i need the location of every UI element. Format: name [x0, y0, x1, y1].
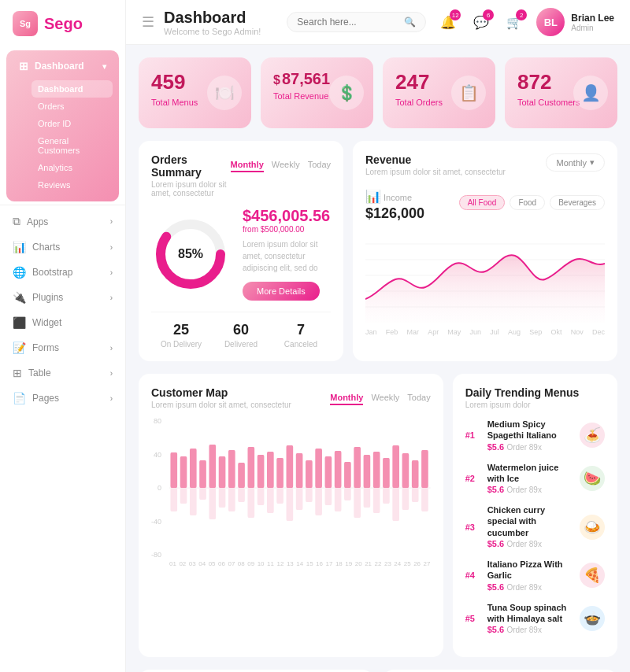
cmap-tab-weekly[interactable]: Weekly	[371, 391, 399, 405]
trending-orders-5: Order 89x	[506, 626, 541, 634]
sidebar: Sg Sego ⊞ Dashboard ▾ Dashboard Orders O…	[0, 0, 126, 672]
middle-row: Orders Summary Lorem ipsum dolor sit ame…	[139, 141, 617, 361]
svg-rect-36	[306, 460, 313, 488]
content-area: 459 Total Menus 🍽️ $ 87,561 Total Revenu…	[126, 45, 630, 672]
customers-icon: 👤	[573, 76, 608, 110]
header: ☰ Dashboard Welcome to Sego Admin! 🔍 🔔 1…	[126, 0, 630, 45]
stat-card-revenue: $ 87,561 Total Revenue 💲	[261, 57, 373, 128]
stat-revenue-number: 87,561	[282, 70, 330, 88]
y-axis: 80 40 0 -40 -80	[151, 417, 161, 559]
trending-img-3: 🍛	[580, 515, 605, 540]
sidebar-item-charts[interactable]: 📊 Charts ›	[0, 234, 125, 260]
trending-orders-1: Order 89x	[506, 443, 541, 452]
sidebar-sub-analytics[interactable]: Analytics	[32, 159, 113, 176]
svg-rect-23	[238, 488, 245, 502]
svg-rect-25	[248, 488, 255, 518]
svg-rect-43	[335, 488, 342, 511]
search-input[interactable]	[297, 17, 399, 28]
revenue-filter-buttons: All Food Food Beverages	[459, 195, 605, 210]
sidebar-item-plugins[interactable]: 🔌 Plugins ›	[0, 285, 125, 310]
sidebar-item-widget[interactable]: ⬛ Widget	[0, 310, 125, 335]
trending-name-2: Watermelon juice with Ice	[487, 462, 573, 485]
notifications-button[interactable]: 🔔 12	[435, 9, 461, 35]
trending-info-1: Medium Spicy Spagethi Italiano $5.6 Orde…	[487, 419, 573, 452]
stat-card-menus: 459 Total Menus 🍽️	[139, 57, 251, 128]
trending-name-5: Tuna Soup spinach with Himalaya salt	[487, 602, 573, 625]
trending-rank-4: #4	[465, 570, 481, 580]
donut-pct: 85%	[178, 247, 203, 261]
sidebar-sub-dashboard[interactable]: Dashboard	[32, 80, 113, 98]
tab-today[interactable]: Today	[308, 158, 331, 172]
svg-rect-8	[170, 452, 177, 488]
trending-item-1: #1 Medium Spicy Spagethi Italiano $5.6 O…	[465, 419, 605, 452]
sidebar-dashboard-group: ⊞ Dashboard ▾ Dashboard Orders Order ID …	[6, 50, 119, 201]
svg-rect-18	[219, 456, 226, 488]
user-avatar-block[interactable]: BL Brian Lee Admin	[536, 8, 614, 36]
chevron-down-icon: ▾	[590, 157, 595, 168]
orders-tab-row: Monthly Weekly Today	[231, 158, 331, 172]
hamburger-icon[interactable]: ☰	[142, 13, 154, 31]
sidebar-sub-reviews[interactable]: Reviews	[32, 176, 113, 194]
filter-all-food[interactable]: All Food	[459, 195, 506, 210]
chevron-right-icon: ›	[110, 369, 113, 378]
svg-rect-57	[402, 488, 410, 510]
trending-rank-3: #3	[465, 522, 481, 532]
stat2-delivered: 60 Delivered	[211, 322, 271, 349]
user-role: Admin	[571, 24, 614, 32]
svg-rect-34	[296, 453, 303, 488]
avatar-info: Brian Lee Admin	[571, 13, 614, 32]
svg-rect-12	[190, 449, 197, 488]
trending-orders-4: Order 89x	[506, 583, 541, 592]
svg-rect-16	[209, 445, 216, 488]
trending-img-2: 🍉	[580, 466, 605, 491]
sidebar-item-dashboard[interactable]: ⊞ Dashboard ▾	[13, 55, 113, 77]
sidebar-sub-orderid[interactable]: Order ID	[32, 115, 113, 132]
sidebar-sub-orders[interactable]: Orders	[32, 98, 113, 115]
customer-map-card: Customer Map Lorem ipsum dolor sit amet,…	[139, 374, 443, 657]
sidebar-item-bootstrap[interactable]: 🌐 Bootstrap ›	[0, 260, 125, 285]
sidebar-item-table[interactable]: ⊞ Table ›	[0, 360, 125, 386]
menus-icon: 🍽️	[207, 76, 242, 110]
svg-rect-33	[287, 488, 294, 521]
sidebar-item-forms[interactable]: 📝 Forms ›	[0, 335, 125, 360]
cmap-tab-today[interactable]: Today	[407, 391, 430, 405]
svg-rect-59	[412, 488, 419, 502]
trending-rank-2: #2	[465, 474, 481, 483]
chevron-right-icon: ›	[110, 217, 113, 226]
stat2-delivered-num: 60	[211, 322, 271, 338]
cart-button[interactable]: 🛒 2	[502, 9, 527, 35]
trending-info-3: Chicken curry special with cucumber $5.6…	[487, 504, 573, 549]
customer-map-tabs: Monthly Weekly Today	[330, 391, 430, 405]
trending-info-5: Tuna Soup spinach with Himalaya salt $5.…	[487, 602, 573, 636]
chevron-right-icon: ›	[110, 394, 113, 403]
orders-icon: 📋	[451, 76, 486, 110]
filter-beverages[interactable]: Beverages	[550, 195, 605, 210]
more-details-button[interactable]: More Details	[243, 282, 320, 301]
sidebar-sub-customers[interactable]: General Customers	[32, 132, 113, 159]
tab-monthly[interactable]: Monthly	[231, 158, 264, 172]
svg-rect-21	[228, 488, 235, 511]
stat-orders-number: 247	[395, 70, 429, 94]
tab-weekly[interactable]: Weekly	[272, 158, 300, 172]
trending-price-1: $5.6	[487, 442, 504, 452]
svg-rect-53	[383, 488, 390, 504]
filter-food[interactable]: Food	[510, 195, 545, 210]
trending-rank-1: #1	[465, 430, 481, 440]
svg-rect-41	[325, 488, 332, 505]
dashboard-icon: ⊞	[19, 60, 28, 72]
orders-amount: $456,005.56	[243, 207, 331, 225]
revenue-period-button[interactable]: Monthly ▾	[546, 153, 605, 172]
sidebar-item-apps[interactable]: ⧉ Apps ›	[0, 209, 125, 234]
table-icon: ⊞	[13, 367, 22, 379]
svg-rect-37	[306, 488, 313, 502]
chevron-right-icon: ›	[110, 344, 113, 353]
sidebar-item-pages[interactable]: 📄 Pages ›	[0, 386, 125, 411]
cmap-tab-monthly[interactable]: Monthly	[330, 391, 363, 405]
stat-card-customers: 872 Total Customers 👤	[505, 57, 617, 128]
messages-button[interactable]: 💬 6	[469, 9, 494, 35]
trending-name-4: Italiano Pizza With Garlic	[487, 559, 573, 582]
svg-rect-58	[412, 460, 419, 488]
search-bar[interactable]: 🔍	[287, 12, 426, 32]
trending-img-1: 🍝	[580, 423, 605, 448]
trending-name-1: Medium Spicy Spagethi Italiano	[487, 419, 573, 441]
